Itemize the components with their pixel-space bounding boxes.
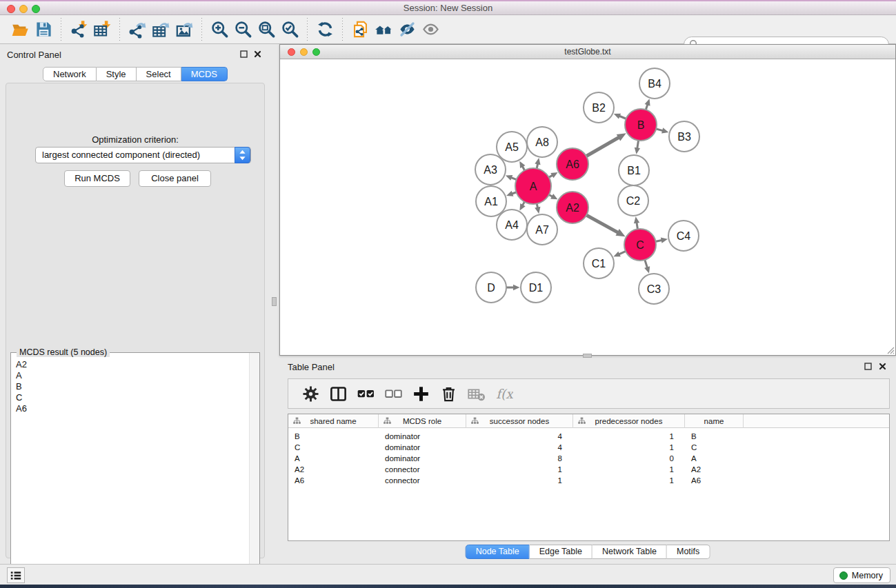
table-row[interactable]: Adominator80A xyxy=(288,453,889,464)
net-zoom-button[interactable] xyxy=(312,48,320,56)
table-row[interactable]: Cdominator41C xyxy=(288,442,889,453)
result-list-item[interactable]: C xyxy=(16,392,248,403)
cell-shared-name[interactable]: A xyxy=(288,453,379,464)
node-B2[interactable]: B2 xyxy=(584,92,614,123)
cell-name[interactable]: C xyxy=(685,442,744,453)
zoom-out-button[interactable] xyxy=(231,18,255,41)
cell-predecessor-nodes[interactable]: 1 xyxy=(573,475,685,486)
cell-MCDS-role[interactable]: dominator xyxy=(379,431,466,442)
cell-predecessor-nodes[interactable]: 1 xyxy=(573,464,685,475)
divider-handle-left[interactable] xyxy=(272,297,277,306)
close-panel-button[interactable]: Close panel xyxy=(139,170,211,187)
cell-successor-nodes[interactable]: 8 xyxy=(466,453,573,464)
run-mcds-button[interactable]: Run MCDS xyxy=(64,170,130,187)
add-column-button[interactable] xyxy=(407,382,435,405)
node-A2[interactable]: A2 xyxy=(557,192,588,223)
memory-button[interactable]: Memory xyxy=(833,567,890,583)
result-list-item[interactable]: A xyxy=(16,370,248,381)
float-panel-icon[interactable] xyxy=(239,50,248,59)
refresh-button[interactable] xyxy=(313,18,337,41)
node-A[interactable]: A xyxy=(515,168,551,204)
import-table-button[interactable] xyxy=(90,18,114,41)
home-button[interactable] xyxy=(372,18,395,41)
hide-details-button[interactable] xyxy=(395,18,419,41)
node-A4[interactable]: A4 xyxy=(497,210,527,240)
column-header-name[interactable]: name xyxy=(685,414,744,428)
minimize-window-button[interactable] xyxy=(19,5,28,13)
cell-name[interactable]: A2 xyxy=(685,464,744,475)
cell-MCDS-role[interactable]: connector xyxy=(379,464,466,475)
cell-name[interactable]: A xyxy=(685,453,744,464)
settings-button[interactable] xyxy=(297,382,324,405)
table-row[interactable]: Bdominator41B xyxy=(288,431,889,442)
column-header-successor-nodes[interactable]: successor nodes xyxy=(466,414,573,428)
node-C2[interactable]: C2 xyxy=(618,185,648,216)
net-close-button[interactable] xyxy=(288,48,295,56)
cell-successor-nodes[interactable]: 1 xyxy=(466,475,573,486)
node-C[interactable]: C xyxy=(624,229,656,261)
node-B[interactable]: B xyxy=(625,109,657,141)
select-all-button[interactable] xyxy=(352,382,379,405)
import-network-button[interactable] xyxy=(67,18,90,41)
node-A7[interactable]: A7 xyxy=(527,214,557,245)
export-network-button[interactable] xyxy=(126,18,149,41)
node-B3[interactable]: B3 xyxy=(669,121,699,152)
show-details-button[interactable] xyxy=(419,18,442,41)
export-image-button[interactable] xyxy=(172,18,196,41)
node-B4[interactable]: B4 xyxy=(639,68,670,99)
result-list-item[interactable]: A6 xyxy=(16,403,248,414)
zoom-window-button[interactable] xyxy=(32,5,40,13)
cell-MCDS-role[interactable]: dominator xyxy=(379,442,466,453)
resize-grip[interactable] xyxy=(885,345,895,354)
node-C4[interactable]: C4 xyxy=(668,221,699,251)
tab-mcds[interactable]: MCDS xyxy=(181,67,228,81)
cell-MCDS-role[interactable]: connector xyxy=(379,475,466,486)
close-window-button[interactable] xyxy=(7,5,15,13)
cell-shared-name[interactable]: B xyxy=(288,431,379,442)
node-B1[interactable]: B1 xyxy=(619,155,649,185)
open-folder-button[interactable] xyxy=(8,18,32,41)
table-row[interactable]: A2connector11A2 xyxy=(288,464,889,475)
delete-column-button[interactable] xyxy=(435,382,462,405)
close-panel-icon[interactable] xyxy=(253,50,262,59)
node-C1[interactable]: C1 xyxy=(584,248,614,278)
cell-shared-name[interactable]: A6 xyxy=(288,475,379,486)
result-list-item[interactable]: A2 xyxy=(16,359,248,370)
cell-name[interactable]: A6 xyxy=(685,475,744,486)
tab-node-table[interactable]: Node Table xyxy=(466,545,530,559)
node-A3[interactable]: A3 xyxy=(475,154,506,185)
table-row[interactable]: A6connector11A6 xyxy=(288,475,889,486)
tab-network-table[interactable]: Network Table xyxy=(593,545,667,559)
cell-successor-nodes[interactable]: 4 xyxy=(466,442,573,453)
cell-name[interactable]: B xyxy=(685,431,744,442)
float-table-panel-icon[interactable] xyxy=(864,362,873,371)
deselect-all-button[interactable] xyxy=(379,382,407,405)
tab-motifs[interactable]: Motifs xyxy=(667,545,710,559)
duplicate-network-button[interactable] xyxy=(348,18,372,41)
tab-edge-table[interactable]: Edge Table xyxy=(530,545,593,559)
net-minimize-button[interactable] xyxy=(300,48,308,56)
export-table-button[interactable] xyxy=(149,18,172,41)
tab-style[interactable]: Style xyxy=(97,67,137,81)
node-C3[interactable]: C3 xyxy=(639,274,669,304)
column-header-predecessor-nodes[interactable]: predecessor nodes xyxy=(573,414,685,428)
cell-shared-name[interactable]: C xyxy=(288,442,379,453)
mcds-result-list[interactable]: A2ABCA6 xyxy=(12,355,248,587)
cell-predecessor-nodes[interactable]: 1 xyxy=(573,431,685,442)
result-list-item[interactable]: B xyxy=(16,381,248,392)
cell-shared-name[interactable]: A2 xyxy=(288,464,379,475)
node-D[interactable]: D xyxy=(476,272,506,303)
node-A5[interactable]: A5 xyxy=(497,132,527,162)
column-header-MCDS-role[interactable]: MCDS role xyxy=(379,414,466,428)
criterion-select[interactable]: largest connected component (directed) xyxy=(35,147,251,163)
node-A8[interactable]: A8 xyxy=(527,127,557,157)
zoom-fit-button[interactable] xyxy=(255,18,278,41)
zoom-selected-button[interactable] xyxy=(278,18,301,41)
column-header-shared-name[interactable]: shared name xyxy=(288,414,379,428)
cell-MCDS-role[interactable]: dominator xyxy=(379,453,466,464)
node-D1[interactable]: D1 xyxy=(521,272,551,303)
network-canvas[interactable]: B4B2BB3B1A5A8A6A3AA1C2A2A4A7C4CC1C3DD1 xyxy=(280,59,895,355)
node-A6[interactable]: A6 xyxy=(557,148,588,180)
tab-network[interactable]: Network xyxy=(43,67,97,81)
cell-predecessor-nodes[interactable]: 0 xyxy=(573,453,685,464)
